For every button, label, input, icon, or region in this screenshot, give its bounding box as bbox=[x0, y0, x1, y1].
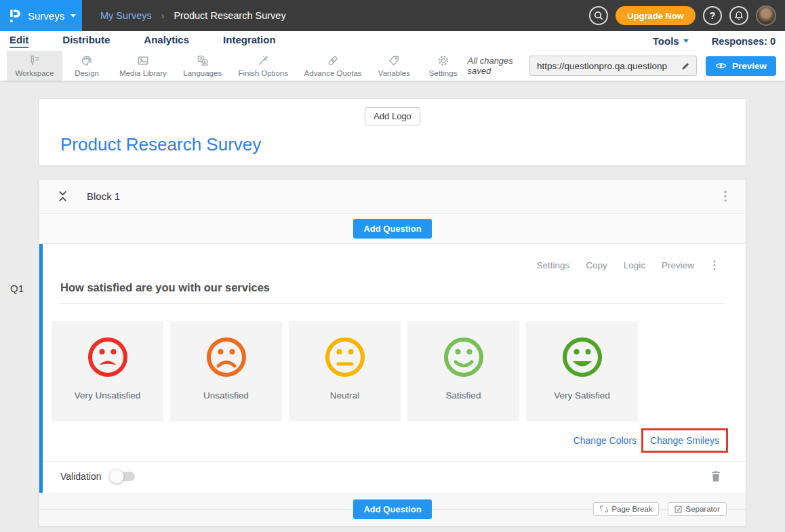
breadcrumb-my-surveys[interactable]: My Surveys bbox=[100, 10, 152, 21]
satisfied-smiley-icon bbox=[442, 321, 485, 379]
block-card: Block 1 Add Question Q1 Settings Copy Lo… bbox=[39, 179, 746, 527]
toolbar-item-label: Finish Options bbox=[238, 69, 288, 77]
smiley-option-neutral[interactable]: Neutral bbox=[289, 321, 401, 422]
search-button[interactable] bbox=[589, 6, 608, 25]
breadcrumb-separator-icon: › bbox=[161, 10, 165, 21]
question-settings-link[interactable]: Settings bbox=[536, 260, 569, 270]
top-bar: Surveys My Surveys › Product Research Su… bbox=[0, 0, 785, 31]
smiley-option-unsatisfied[interactable]: Unsatisfied bbox=[170, 321, 282, 422]
search-icon bbox=[593, 10, 604, 21]
delete-question-button[interactable] bbox=[710, 470, 721, 483]
block-title[interactable]: Block 1 bbox=[87, 190, 120, 202]
toolbar-item-label: Advance Quotas bbox=[304, 69, 362, 77]
chain-links-icon bbox=[326, 54, 340, 67]
toolbar-right: All changes saved Preview bbox=[468, 51, 778, 81]
add-logo-button[interactable]: Add Logo bbox=[365, 107, 420, 125]
toolbar-item-variables[interactable]: Variables bbox=[369, 51, 418, 81]
block-menu-button[interactable] bbox=[721, 188, 729, 205]
toolbar-item-label: Settings bbox=[429, 69, 458, 77]
change-smileys-link[interactable]: Change Smileys bbox=[650, 435, 719, 446]
workspace-icon bbox=[28, 54, 41, 67]
help-button[interactable]: ? bbox=[703, 6, 722, 25]
nav-right: Tools Responses: 0 bbox=[653, 35, 776, 47]
checkbox-icon bbox=[675, 506, 682, 513]
very-unsatisfied-smiley-icon bbox=[86, 321, 129, 379]
tab-integration[interactable]: Integration bbox=[223, 34, 276, 48]
question-preview-link[interactable]: Preview bbox=[662, 260, 694, 270]
highlight-box: Change Smileys bbox=[641, 428, 728, 453]
smiley-option-label: Unsatisfied bbox=[203, 390, 249, 401]
page-break-button[interactable]: Page Break bbox=[593, 502, 659, 516]
question-number-label: Q1 bbox=[10, 283, 24, 294]
question-actions: Settings Copy Logic Preview bbox=[43, 244, 746, 273]
validation-row: Validation bbox=[43, 461, 746, 493]
tools-label: Tools bbox=[653, 35, 679, 47]
very-satisfied-smiley-icon bbox=[561, 321, 604, 379]
add-question-button-bottom[interactable]: Add Question bbox=[353, 499, 431, 519]
add-question-button-top[interactable]: Add Question bbox=[353, 219, 431, 239]
smiley-option-label: Very Unsatisfied bbox=[75, 390, 141, 401]
toolbar-item-finish-options[interactable]: Finish Options bbox=[230, 51, 296, 81]
product-switcher[interactable]: Surveys bbox=[0, 0, 82, 31]
user-avatar[interactable] bbox=[756, 5, 776, 26]
separator-button[interactable]: Separator bbox=[668, 502, 727, 516]
smiley-option-very-satisfied[interactable]: Very Satisfied bbox=[526, 321, 638, 422]
responses-count[interactable]: Responses: 0 bbox=[712, 36, 776, 47]
questionpro-logo-icon bbox=[8, 9, 22, 23]
question-menu-button[interactable] bbox=[710, 258, 719, 273]
toolbar-item-label: Languages bbox=[183, 69, 222, 77]
toolbar-item-design[interactable]: Design bbox=[62, 51, 111, 81]
smiley-option-satisfied[interactable]: Satisfied bbox=[407, 321, 519, 422]
validation-label: Validation bbox=[60, 471, 101, 482]
toolbar-item-settings[interactable]: Settings bbox=[419, 51, 468, 81]
tab-distribute[interactable]: Distribute bbox=[62, 34, 110, 48]
image-icon bbox=[136, 54, 150, 67]
toolbar-item-label: Workspace bbox=[15, 69, 54, 77]
survey-url-input[interactable] bbox=[537, 61, 681, 71]
toolbar-item-media-library[interactable]: Media Library bbox=[111, 51, 175, 81]
editor-canvas: Add Logo Product Research Survey Block 1… bbox=[0, 81, 785, 527]
upgrade-now-button[interactable]: Upgrade Now bbox=[616, 6, 696, 25]
change-colors-link[interactable]: Change Colors bbox=[573, 435, 637, 446]
toolbar-item-languages[interactable]: Languages bbox=[175, 51, 230, 81]
separator-label: Separator bbox=[685, 505, 720, 513]
magic-wand-icon bbox=[256, 54, 270, 67]
broken-link-icon bbox=[600, 505, 608, 513]
tab-analytics[interactable]: Analytics bbox=[144, 34, 189, 48]
toolbar-item-label: Design bbox=[75, 69, 99, 77]
toolbar-item-label: Variables bbox=[378, 69, 410, 77]
bell-icon bbox=[733, 10, 744, 21]
palette-icon bbox=[80, 54, 94, 67]
question-card: Q1 Settings Copy Logic Preview How satis… bbox=[39, 244, 746, 493]
survey-title[interactable]: Product Research Survey bbox=[60, 134, 725, 155]
page-break-label: Page Break bbox=[611, 505, 652, 513]
question-text-wrap: How satisfied are you with our services bbox=[60, 281, 724, 304]
preview-button[interactable]: Preview bbox=[706, 56, 776, 76]
product-switcher-label: Surveys bbox=[28, 10, 64, 22]
topbar-actions: Upgrade Now ? bbox=[589, 5, 785, 26]
question-divider bbox=[60, 303, 724, 304]
chevron-down-icon bbox=[71, 14, 76, 18]
notifications-button[interactable] bbox=[729, 6, 748, 25]
survey-url-box bbox=[529, 56, 697, 76]
block-header: Block 1 bbox=[39, 180, 746, 213]
question-copy-link[interactable]: Copy bbox=[586, 260, 607, 270]
smiley-option-very-unsatisfied[interactable]: Very Unsatisfied bbox=[52, 321, 163, 422]
gear-icon bbox=[437, 54, 450, 67]
block-footer: Add Question Page Break bbox=[39, 493, 746, 526]
preview-label: Preview bbox=[732, 61, 767, 71]
editor-toolbar: Workspace Design Media Library Lang bbox=[0, 51, 785, 81]
question-text[interactable]: How satisfied are you with our services bbox=[60, 281, 724, 294]
tools-menu[interactable]: Tools bbox=[653, 35, 689, 47]
toolbar-item-workspace[interactable]: Workspace bbox=[7, 51, 62, 81]
toolbar-item-label: Media Library bbox=[119, 69, 167, 77]
collapse-block-button[interactable] bbox=[58, 190, 68, 202]
edit-url-button[interactable] bbox=[681, 61, 691, 71]
tag-icon bbox=[387, 54, 401, 67]
tab-edit[interactable]: Edit bbox=[9, 34, 28, 48]
question-logic-link[interactable]: Logic bbox=[624, 260, 645, 270]
validation-toggle[interactable] bbox=[110, 472, 135, 481]
toolbar-item-advance-quotas[interactable]: Advance Quotas bbox=[296, 51, 369, 81]
smiley-option-label: Neutral bbox=[330, 390, 360, 401]
smiley-option-label: Very Satisfied bbox=[554, 390, 610, 401]
